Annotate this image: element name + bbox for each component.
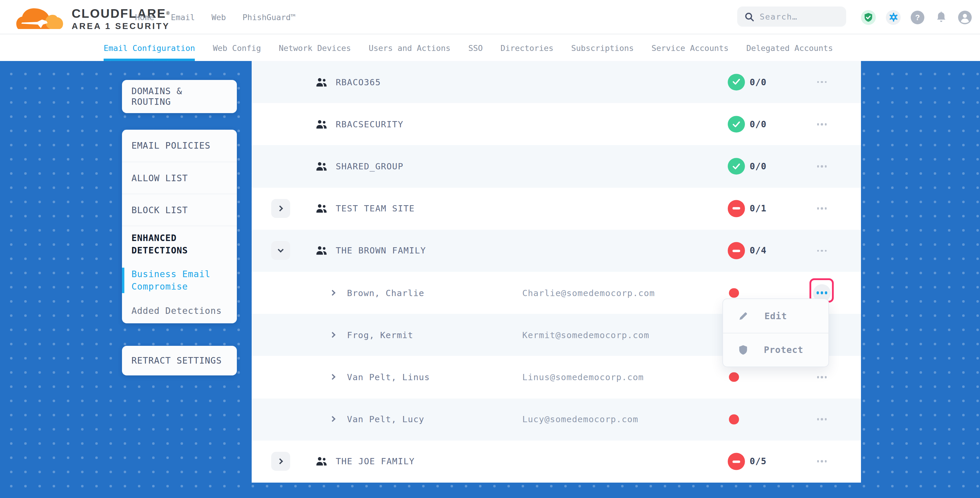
nav-item-web[interactable]: Web xyxy=(212,13,226,22)
cloudflare-cloud-icon xyxy=(16,5,64,30)
group-name: RBACO365 xyxy=(336,77,381,87)
row-actions-button[interactable] xyxy=(813,410,831,428)
nav-item-phishguard[interactable]: PhishGuard™ xyxy=(242,13,296,22)
table-row: THE BROWN FAMILY 0/4 xyxy=(252,230,861,272)
protected-count: 0/5 xyxy=(750,456,767,467)
row-actions-button[interactable] xyxy=(813,158,831,175)
member-email: Lucy@somedemocorp.com xyxy=(522,415,638,424)
group-icon xyxy=(316,204,328,213)
sidebar-item-domains-routing[interactable]: DOMAINS & ROUTING xyxy=(122,80,237,113)
member-chevron-icon[interactable] xyxy=(329,374,335,380)
sidebar-card-policies: EMAIL POLICIES ALLOW LIST BLOCK LIST ENH… xyxy=(122,130,237,323)
row-actions-button[interactable] xyxy=(813,242,831,260)
menu-item-protect[interactable]: Protect xyxy=(723,333,829,366)
row-actions-button[interactable] xyxy=(813,453,831,471)
tab-network-devices[interactable]: Network Devices xyxy=(278,34,351,61)
tab-email-configuration[interactable]: Email Configuration xyxy=(103,34,195,61)
sidebar-item-added-detections[interactable]: Added Detections xyxy=(122,298,237,323)
status-unprotected-dot xyxy=(729,372,739,382)
group-name: SHARED_GROUP xyxy=(336,162,404,171)
member-name: Frog, Kermit xyxy=(347,330,413,340)
status-ok-icon xyxy=(728,74,745,91)
tab-directories[interactable]: Directories xyxy=(500,34,554,61)
chevron-right-icon xyxy=(277,205,283,212)
expand-group-button[interactable] xyxy=(271,452,290,471)
tab-web-config[interactable]: Web Config xyxy=(213,34,261,61)
search-box[interactable] xyxy=(737,6,846,27)
sidebar-item-enhanced-detections[interactable]: ENHANCED DETECTIONS xyxy=(122,226,237,263)
sidebar-item-allow-list[interactable]: ALLOW LIST xyxy=(122,162,237,194)
sidebar-card-domains: DOMAINS & ROUTING xyxy=(122,80,237,113)
table-row: Van Pelt, Lucy Lucy@somedemocorp.com xyxy=(252,398,861,440)
tab-users-and-actions[interactable]: Users and Actions xyxy=(369,34,450,61)
row-actions-button[interactable] xyxy=(813,368,831,386)
sidebar-item-business-email-compromise[interactable]: Business Email Compromise xyxy=(122,263,237,298)
status-ok-icon xyxy=(728,158,745,175)
search-input[interactable] xyxy=(760,12,837,21)
top-nav: Home Email Web PhishGuard™ xyxy=(135,0,296,34)
sidebar-item-block-list[interactable]: BLOCK LIST xyxy=(122,194,237,226)
nav-item-home[interactable]: Home xyxy=(135,13,154,22)
menu-item-edit[interactable]: Edit xyxy=(723,299,829,333)
row-actions-menu: Edit Protect xyxy=(722,298,829,367)
expand-group-button[interactable] xyxy=(271,199,290,218)
row-actions-button[interactable] xyxy=(813,200,831,217)
group-name: THE JOE FAMILY xyxy=(336,457,415,466)
protected-count: 0/0 xyxy=(750,161,767,172)
member-chevron-icon[interactable] xyxy=(329,416,335,422)
member-email: Charlie@somedemocorp.com xyxy=(522,288,655,298)
group-name: RBACSECURITY xyxy=(336,119,404,129)
chevron-down-icon xyxy=(278,247,284,253)
tab-subscriptions[interactable]: Subscriptions xyxy=(571,34,633,61)
header-icons: ? xyxy=(861,0,972,34)
protected-count: 0/0 xyxy=(750,119,767,130)
member-chevron-icon[interactable] xyxy=(329,332,335,337)
status-ok-icon xyxy=(728,116,745,133)
chevron-right-icon xyxy=(277,458,283,465)
tab-delegated-accounts[interactable]: Delegated Accounts xyxy=(746,34,833,61)
table-row: RBACSECURITY 0/0 xyxy=(252,103,861,145)
tab-sso[interactable]: SSO xyxy=(468,34,483,61)
table-row: RBACO365 0/0 xyxy=(252,61,861,103)
tab-service-accounts[interactable]: Service Accounts xyxy=(652,34,729,61)
row-actions-button[interactable] xyxy=(813,73,831,91)
top-header: CLOUDFLARE® AREA 1 SECURITY Home Email W… xyxy=(0,0,980,34)
group-icon xyxy=(316,161,328,172)
member-email: Kermit@somedemocorp.com xyxy=(522,330,649,340)
table-row: THE JOE FAMILY 0/5 xyxy=(252,440,861,482)
pencil-icon xyxy=(738,311,748,321)
nav-item-email[interactable]: Email xyxy=(171,13,195,22)
help-icon[interactable]: ? xyxy=(911,10,924,24)
protected-count: 0/4 xyxy=(750,245,767,256)
gear-icon[interactable] xyxy=(886,10,900,25)
config-tabs: Email Configuration Web Config Network D… xyxy=(0,34,980,61)
group-icon xyxy=(316,77,328,87)
bell-icon[interactable] xyxy=(934,10,948,24)
group-name: THE BROWN FAMILY xyxy=(336,246,426,256)
status-blocked-icon xyxy=(728,242,745,259)
collapse-group-button[interactable] xyxy=(271,241,290,260)
table-row: TEST TEAM SITE 0/1 xyxy=(252,188,861,229)
search-icon xyxy=(745,12,754,21)
status-blocked-icon xyxy=(728,200,745,217)
member-chevron-icon[interactable] xyxy=(329,290,335,295)
shield-check-icon[interactable] xyxy=(861,10,876,25)
status-unprotected-dot xyxy=(729,288,739,298)
row-actions-button[interactable] xyxy=(813,116,831,133)
group-icon xyxy=(316,457,328,467)
status-unprotected-dot xyxy=(729,415,739,424)
group-icon xyxy=(316,246,328,256)
protected-count: 0/1 xyxy=(750,203,767,214)
group-name: TEST TEAM SITE xyxy=(336,204,415,213)
groups-table: RBACO365 0/0 RBACSECURITY 0/0 xyxy=(252,61,861,483)
sidebar-item-email-policies[interactable]: EMAIL POLICIES xyxy=(122,130,237,162)
sidebar-item-retract-settings[interactable]: RETRACT SETTINGS xyxy=(122,346,237,375)
protected-count: 0/0 xyxy=(750,77,767,88)
table-row: SHARED_GROUP 0/0 xyxy=(252,145,861,188)
status-blocked-icon xyxy=(728,453,745,470)
group-icon xyxy=(316,119,328,129)
avatar-icon[interactable] xyxy=(958,10,972,24)
member-email: Linus@somedemocorp.com xyxy=(522,372,644,382)
member-name: Van Pelt, Lucy xyxy=(347,415,424,424)
sidebar-card-retract: RETRACT SETTINGS xyxy=(122,346,237,375)
